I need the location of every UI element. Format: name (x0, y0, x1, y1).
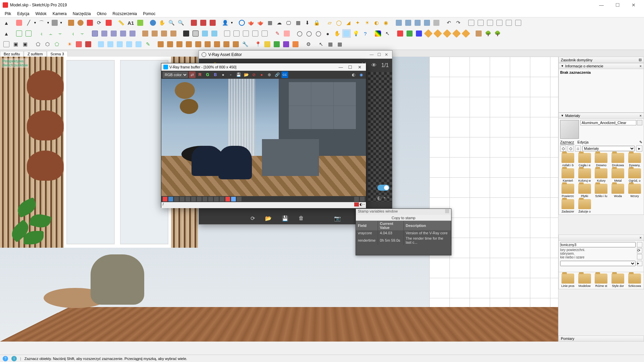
b10-icon[interactable] (214, 197, 219, 201)
axis-g-icon[interactable] (405, 29, 414, 38)
poly3-icon[interactable]: ⬠ (52, 40, 61, 49)
tab-select[interactable]: Zaznacz (560, 140, 574, 144)
open-icon[interactable]: 📂 (265, 215, 272, 222)
help-icon[interactable]: ? (3, 356, 8, 361)
style-folder[interactable]: Linie pros (560, 274, 576, 288)
dist-h-icon[interactable]: ⫞ (68, 29, 77, 38)
eye-icon[interactable]: 👁 (371, 62, 377, 68)
orbit-tool[interactable] (149, 18, 157, 27)
hand-icon[interactable]: ✋ (333, 29, 341, 38)
m3-icon[interactable] (175, 40, 184, 49)
info-icon[interactable]: i (11, 356, 17, 361)
bulb-icon[interactable]: 💡 (352, 29, 360, 38)
box-icon[interactable] (2, 40, 11, 49)
region-icon[interactable]: ▫ (387, 195, 389, 201)
vray-cloud-icon[interactable]: ☁ (275, 18, 284, 27)
tray-title[interactable]: Zasobnik domyślny ⊟ (558, 57, 644, 63)
pushpull-tool[interactable] (67, 18, 75, 27)
picker-icon[interactable]: ↖ (383, 29, 392, 38)
shade2-icon[interactable] (106, 40, 115, 49)
material-folder[interactable]: Ogród, o (627, 168, 642, 182)
create-material-icon[interactable] (637, 120, 642, 125)
style-details-icon[interactable]: ▸ (637, 261, 642, 266)
render-icon[interactable]: 📷 (334, 215, 341, 222)
dia1-icon[interactable] (424, 29, 433, 38)
style-folder[interactable]: Modelow (577, 274, 592, 288)
b14-icon[interactable] (237, 197, 241, 201)
history-a-icon[interactable]: ◐ (350, 71, 357, 78)
stamp-variables-window[interactable]: Stamp variables window Copy to stamp Fie… (356, 208, 451, 255)
menu-extensions[interactable]: Rozszerzenia (110, 11, 140, 17)
layer2-icon[interactable] (150, 29, 159, 38)
col-value[interactable]: Current Value (378, 221, 404, 230)
select-tool[interactable]: ▲ (2, 18, 11, 27)
vray-mesh2-icon[interactable] (432, 18, 441, 27)
b13-icon[interactable] (231, 197, 236, 201)
sq5-icon[interactable] (260, 29, 269, 38)
grid5-icon[interactable] (128, 29, 137, 38)
rotate-tool[interactable]: ⟳ (95, 18, 104, 27)
shade4-icon[interactable] (125, 40, 133, 49)
stamp-titlebar[interactable]: Stamp variables window (356, 209, 451, 215)
ext1-icon[interactable]: ⚙ (304, 40, 313, 49)
sq2-icon[interactable] (232, 29, 241, 38)
vray-spot-icon[interactable]: ◢ (344, 18, 353, 27)
bool3-icon[interactable] (201, 29, 209, 38)
align-c-icon[interactable]: ⫠ (46, 29, 55, 38)
dia3-icon[interactable] (443, 29, 451, 38)
menu-camera[interactable]: Kamera (50, 11, 69, 17)
vray-frame-buffer[interactable]: V-Ray frame buffer - [100% of 800 x 450]… (161, 63, 366, 208)
material-folder[interactable]: Powierzc (560, 184, 576, 198)
user-icon[interactable]: 👤 (221, 18, 230, 27)
link-icon[interactable]: 🔗 (274, 71, 280, 78)
vray-render-icon[interactable]: 🫖 (256, 18, 265, 27)
style-add-icon[interactable] (637, 254, 642, 259)
move-tool[interactable] (86, 18, 94, 27)
menu-file[interactable]: Plik (2, 11, 14, 17)
b4-icon[interactable] (180, 197, 184, 201)
m9-icon[interactable] (231, 40, 240, 49)
b1-icon[interactable] (163, 197, 167, 201)
vray-batch-icon[interactable]: ▦ (294, 18, 303, 27)
wrench-icon[interactable]: 🔧 (241, 40, 250, 49)
pen-icon[interactable]: ✎ (273, 29, 282, 38)
material-folder[interactable]: Koloruj w (577, 168, 592, 182)
group-icon[interactable] (15, 29, 23, 38)
cc-icon[interactable]: CC (281, 71, 288, 78)
shirt-p-icon[interactable] (282, 40, 290, 49)
history-b-icon[interactable]: ◉ (358, 71, 365, 78)
copy-to-stamp-button[interactable]: Copy to stamp (356, 215, 451, 221)
vray-asset-titlebar[interactable]: V-Ray Asset Editor — ☐ ✕ (199, 51, 392, 59)
shade3-icon[interactable] (115, 40, 124, 49)
blue-channel[interactable]: B (212, 71, 219, 78)
vray-ies-icon[interactable]: ✦ (354, 18, 362, 27)
close-button[interactable]: ✕ (355, 65, 364, 70)
b11-icon[interactable] (220, 197, 224, 201)
menu-edit[interactable]: Edycja (14, 11, 32, 17)
bool4-icon[interactable] (210, 29, 219, 38)
bool1-icon[interactable] (182, 29, 191, 38)
layer4-icon[interactable] (169, 29, 178, 38)
material-folder[interactable]: Asfalt i b (560, 153, 576, 167)
scene-tab-1[interactable]: Bez sufitu (0, 51, 23, 57)
tray-pin-icon[interactable]: ⊟ (639, 58, 642, 62)
tree1-icon[interactable]: 🌳 (484, 29, 492, 38)
m8-icon[interactable] (222, 40, 231, 49)
grid-r-icon[interactable] (74, 40, 83, 49)
nav-back-icon[interactable]: ◇ (560, 145, 566, 152)
nav-fwd-icon[interactable]: ◇ (568, 145, 574, 152)
red-channel[interactable]: R (197, 71, 203, 78)
dock-icon[interactable]: ▫ (363, 202, 365, 208)
m1-icon[interactable] (156, 40, 165, 49)
material-folder[interactable]: Drukowa (610, 153, 626, 167)
component-icon[interactable] (24, 29, 33, 38)
shade1-icon[interactable] (97, 40, 105, 49)
style-folder[interactable]: Szkicowa (627, 274, 642, 288)
ext2-icon[interactable]: ↖ (317, 40, 325, 49)
bool2-icon[interactable] (191, 29, 200, 38)
redo-icon[interactable]: ↷ (454, 18, 463, 27)
layer1-icon[interactable] (141, 29, 150, 38)
style-select[interactable] (560, 261, 636, 266)
b8-icon[interactable] (203, 197, 207, 201)
shirt-y-icon[interactable] (263, 40, 272, 49)
